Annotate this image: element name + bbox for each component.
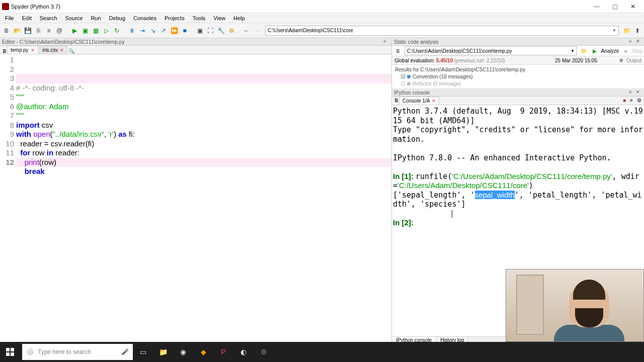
task-view-icon[interactable]: ▭: [133, 342, 153, 362]
open-file-icon[interactable]: 📂: [13, 26, 22, 35]
expand-icon[interactable]: +: [401, 81, 405, 85]
console-tabs: 🗎 Console 1/A ✕ ■ ≡ ⚙: [392, 97, 644, 105]
tab-iris-csv[interactable]: iris.csv ✕: [39, 46, 68, 54]
webcam-overlay: [506, 269, 644, 342]
close-console-tab-icon[interactable]: ✕: [432, 99, 436, 104]
working-dir-text: C:\Users\Adam\Desktop\CSC111\core: [268, 28, 353, 33]
analyze-label[interactable]: Analyze: [601, 48, 619, 54]
run-cell-icon[interactable]: ▣: [80, 26, 90, 35]
stop-debug-icon[interactable]: ■: [180, 26, 189, 35]
output-label[interactable]: Output: [626, 58, 641, 63]
editor-pane: Editor - C:\Users\Adam\Desktop\CSC111\co…: [0, 38, 392, 344]
menu-search[interactable]: Search: [37, 14, 60, 22]
static-results: Results for C:\Users\Adam\Desktop\CSC111…: [392, 65, 644, 88]
run-selection-icon[interactable]: ▷: [102, 26, 111, 35]
back-icon[interactable]: ←: [242, 26, 251, 35]
debug-icon[interactable]: ⏸: [127, 26, 136, 35]
menu-consoles[interactable]: Consoles: [130, 14, 159, 22]
taskbar-search[interactable]: ⚪ Type here to search 🎤: [22, 344, 133, 360]
menu-run[interactable]: Run: [88, 14, 104, 22]
console-settings-icon[interactable]: ⚙: [637, 98, 644, 105]
stop-label: Stop: [632, 48, 642, 54]
output-icon[interactable]: 🗎: [617, 56, 626, 65]
static-close-icon[interactable]: ✕: [636, 39, 642, 45]
analyze-button[interactable]: ▶: [590, 46, 599, 55]
maximize-button[interactable]: [606, 2, 624, 12]
menu-tools[interactable]: Tools: [190, 14, 209, 22]
save-icon[interactable]: 💾: [23, 26, 32, 35]
menu-view[interactable]: View: [210, 14, 228, 22]
refactor-icon: [407, 82, 411, 85]
console-options-icon[interactable]: ≡: [629, 89, 635, 96]
step-in-icon[interactable]: ↘: [148, 26, 157, 35]
list-icon[interactable]: ≡: [44, 26, 53, 35]
editor-options-icon[interactable]: ≡: [383, 39, 389, 45]
minimize-button[interactable]: [588, 2, 606, 12]
save-all-icon[interactable]: ⎘: [34, 26, 43, 35]
rerun-icon[interactable]: ↻: [112, 26, 121, 35]
refactor-row[interactable]: + Refactor (0 message): [392, 80, 644, 87]
console-header-text: IPython console: [394, 90, 430, 96]
taskbar-icons: ▭ 📁 ◉ ◆ P ◐ ⚙: [133, 342, 274, 362]
run-icon[interactable]: ▶: [70, 26, 79, 35]
start-button[interactable]: [0, 342, 20, 362]
static-file-text: C:\Users\Adam\Desktop\CSC111\core\temp.p…: [407, 48, 512, 54]
static-options-icon[interactable]: ≡: [629, 39, 635, 45]
powerpoint-icon[interactable]: P: [213, 342, 233, 362]
sublime-icon[interactable]: ◆: [193, 342, 213, 362]
preferences-icon[interactable]: 🔧: [216, 26, 225, 35]
expand-icon[interactable]: +: [401, 74, 405, 78]
step-icon[interactable]: ⇥: [138, 26, 147, 35]
step-out-icon[interactable]: ↗: [159, 26, 168, 35]
interrupt-icon[interactable]: ■: [623, 98, 630, 105]
menu-file[interactable]: File: [2, 14, 17, 22]
close-tab-icon[interactable]: ✕: [60, 48, 64, 53]
mic-icon[interactable]: 🎤: [121, 348, 129, 355]
menu-projects[interactable]: Projects: [162, 14, 188, 22]
results-for-text: Results for C:\Users\Adam\Desktop\CSC111…: [395, 67, 525, 72]
obs-icon[interactable]: ◐: [233, 342, 254, 362]
maximize-pane-icon[interactable]: ▣: [195, 26, 204, 35]
editor-header: Editor - C:\Users\Adam\Desktop\CSC111\co…: [0, 38, 391, 46]
file-explorer-icon[interactable]: 📁: [153, 342, 173, 362]
static-toolbar: 🗎 C:\Users\Adam\Desktop\CSC111\core\temp…: [392, 46, 644, 56]
menu-source[interactable]: Source: [62, 14, 86, 22]
console-tab-browse-icon[interactable]: 🗎: [392, 98, 399, 105]
new-file-icon[interactable]: 🗎: [2, 26, 11, 35]
eval-row: Global evaluation: 5.45/10 (previous run…: [392, 56, 644, 65]
tab-temp-py[interactable]: temp.py ✕: [7, 46, 38, 54]
editor-search-icon[interactable]: 🔍: [68, 48, 75, 54]
continue-icon[interactable]: ⏩: [170, 26, 179, 35]
menu-debug[interactable]: Debug: [106, 14, 128, 22]
static-browse-icon[interactable]: 📁: [579, 46, 588, 55]
static-history-icon[interactable]: 🗎: [393, 46, 403, 55]
python-path-icon[interactable]: ⚙: [227, 26, 236, 35]
run-cell-advance-icon[interactable]: ▦: [91, 26, 100, 35]
console-tab-label: Console 1/A: [403, 98, 430, 104]
console-tab[interactable]: Console 1/A ✕: [399, 97, 439, 105]
stop-analyze-icon[interactable]: ■: [621, 46, 630, 55]
chrome-icon[interactable]: ◉: [173, 342, 193, 362]
fullscreen-icon[interactable]: ⛶: [206, 26, 215, 35]
menu-edit[interactable]: Edit: [19, 14, 35, 22]
forward-icon[interactable]: →: [253, 26, 262, 35]
code-area[interactable]: # -*- coding: utf-8 -*-"""@author: Adam"…: [16, 54, 391, 344]
restart-icon[interactable]: ≡: [630, 98, 637, 105]
search-placeholder: Type here to search: [38, 348, 91, 355]
tab-browse-icon[interactable]: 🗎: [0, 48, 7, 54]
working-dir-input[interactable]: C:\Users\Adam\Desktop\CSC111\core ▼: [265, 26, 619, 36]
close-button[interactable]: [624, 2, 642, 12]
code-editor[interactable]: 1 2 3 4 5 6 7 8 9 10 11 12 # -*- coding:…: [0, 54, 391, 344]
eval-label: Global evaluation:: [394, 58, 435, 63]
static-panel: 🗎 C:\Users\Adam\Desktop\CSC111\core\temp…: [392, 46, 644, 88]
parent-dir-icon[interactable]: ⬆: [633, 26, 642, 35]
windows-icon: [6, 348, 14, 356]
browse-dir-icon[interactable]: 📁: [622, 26, 631, 35]
close-tab-icon[interactable]: ✕: [31, 48, 35, 53]
at-icon[interactable]: @: [55, 26, 64, 35]
convention-row[interactable]: + Convention (10 messages): [392, 73, 644, 80]
menu-help[interactable]: Help: [230, 14, 248, 22]
spyder-icon[interactable]: ⚙: [254, 342, 274, 362]
console-close-icon[interactable]: ✕: [636, 89, 642, 96]
static-file-combo[interactable]: C:\Users\Adam\Desktop\CSC111\core\temp.p…: [405, 46, 577, 55]
